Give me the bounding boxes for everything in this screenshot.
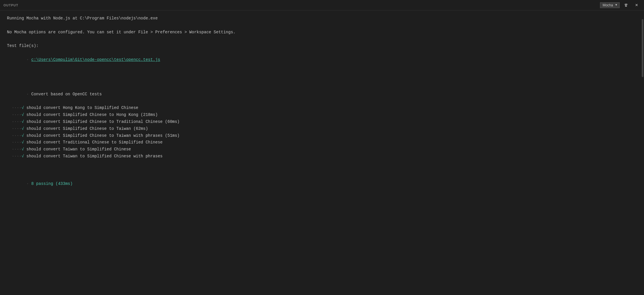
test-file-link[interactable]: c:\Users\Compulim\Git\node-opencc\test\o… <box>31 57 160 62</box>
line-test-files: Test file(s): <box>7 43 637 50</box>
test-description: should convert Taiwan to Simplified Chin… <box>24 154 163 159</box>
line-empty-6 <box>7 167 637 174</box>
clear-icon <box>623 2 629 8</box>
line-running: Running Mocha with Node.js at C:\Program… <box>7 15 637 22</box>
output-content: Running Mocha with Node.js at C:\Program… <box>0 10 644 295</box>
passing-text: 8 passing (433ms) <box>31 181 73 186</box>
test-dots: ···· <box>7 119 21 124</box>
chevron-down-icon: ▼ <box>615 3 617 7</box>
pass-mark: √ <box>21 147 24 152</box>
test-result-line: ····√ should convert Taiwan to Simplifie… <box>7 146 637 153</box>
test-result-line: ····√ should convert Simplified Chinese … <box>7 119 637 125</box>
test-dots: ···· <box>7 133 21 138</box>
pass-mark: √ <box>21 133 24 138</box>
source-dropdown[interactable]: Mocha ▼ <box>600 2 620 8</box>
dots-suite: · <box>21 92 31 96</box>
line-empty-3 <box>7 70 637 77</box>
clear-button[interactable] <box>622 2 630 9</box>
test-dots: ···· <box>7 105 21 110</box>
pass-mark: √ <box>21 119 24 124</box>
test-results-list: ····√ should convert Hong Kong to Simpli… <box>7 105 637 160</box>
test-result-line: ····√ should convert Hong Kong to Simpli… <box>7 105 637 112</box>
test-description: should convert Simplified Chinese to Hon… <box>24 112 158 117</box>
close-icon: ✕ <box>634 2 639 8</box>
dots-passing: · <box>21 181 31 186</box>
pass-mark: √ <box>21 112 24 117</box>
test-dots: ···· <box>7 154 21 159</box>
line-no-options: No Mocha options are configured. You can… <box>7 29 637 36</box>
line-empty-1 <box>7 22 637 29</box>
dots-link: · <box>21 57 31 62</box>
pass-mark: √ <box>21 140 24 145</box>
test-result-line: ····√ should convert Simplified Chinese … <box>7 132 637 139</box>
test-result-line: ····√ should convert Simplified Chinese … <box>7 112 637 119</box>
test-dots: ···· <box>7 140 21 145</box>
test-result-line: ····√ should convert Simplified Chinese … <box>7 125 637 132</box>
test-result-line: ····√ should convert Traditional Chinese… <box>7 139 637 146</box>
test-description: should convert Simplified Chinese to Tai… <box>24 126 148 131</box>
line-empty-5 <box>7 160 637 167</box>
output-header: OUTPUT Mocha ▼ ✕ <box>0 0 644 10</box>
test-dots: ···· <box>7 126 21 131</box>
line-empty-4 <box>7 77 637 84</box>
scrollbar-track[interactable] <box>641 10 644 295</box>
pass-mark: √ <box>21 105 24 110</box>
test-description: should convert Hong Kong to Simplified C… <box>24 105 138 110</box>
test-description: should convert Traditional Chinese to Si… <box>24 140 163 145</box>
test-dots: ···· <box>7 112 21 117</box>
dropdown-label: Mocha <box>603 3 613 7</box>
suite-title: Convert based on OpenCC tests <box>31 92 102 96</box>
output-title: OUTPUT <box>3 3 18 7</box>
line-passing: · 8 passing (433ms) <box>7 174 637 194</box>
close-button[interactable]: ✕ <box>632 2 641 9</box>
header-right: Mocha ▼ ✕ <box>600 2 641 9</box>
test-result-line: ····√ should convert Taiwan to Simplifie… <box>7 153 637 160</box>
pass-mark: √ <box>21 154 24 159</box>
scrollbar-thumb[interactable] <box>642 19 643 77</box>
line-empty-2 <box>7 36 637 43</box>
pass-mark: √ <box>21 126 24 131</box>
line-suite-title: · Convert based on OpenCC tests <box>7 84 637 105</box>
test-description: should convert Simplified Chinese to Tai… <box>24 133 180 138</box>
test-description: should convert Taiwan to Simplified Chin… <box>24 147 131 152</box>
test-dots: ···· <box>7 147 21 152</box>
test-description: should convert Simplified Chinese to Tra… <box>24 119 180 124</box>
output-panel: OUTPUT Mocha ▼ ✕ Running Mocha with Node… <box>0 0 644 295</box>
line-test-file-link: · c:\Users\Compulim\Git\node-opencc\test… <box>7 50 637 70</box>
